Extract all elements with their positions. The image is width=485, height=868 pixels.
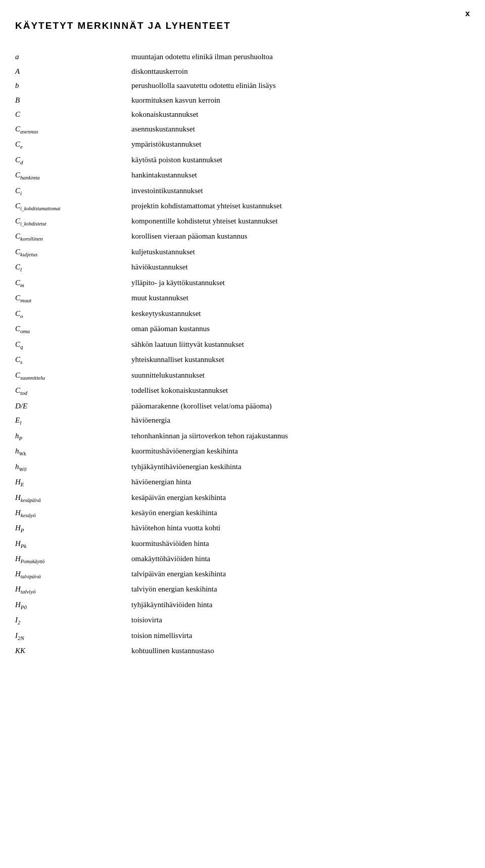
term-definition: keskeytyskustannukset xyxy=(131,306,460,322)
table-row: Elhäviöenergia xyxy=(15,413,460,429)
term-symbol: Cmuut xyxy=(15,291,131,306)
term-symbol: HE xyxy=(15,475,131,490)
term-definition: kuormituksen kasvun kerroin xyxy=(131,93,460,108)
term-definition: muuntajan odotettu elinikä ilman perushu… xyxy=(131,50,460,64)
table-row: hPtehonhankinnan ja siirtoverkon tehon r… xyxy=(15,429,460,444)
term-definition: sähkön laatuun liittyvät kustannukset xyxy=(131,337,460,353)
table-row: Htalviyötalviyön energian keskihinta xyxy=(15,582,460,598)
terms-table: amuuntajan odotettu elinikä ilman perush… xyxy=(15,50,460,658)
term-definition: häviötehon hinta vuotta kohti xyxy=(131,521,460,536)
table-row: Adiskonttauskerroin xyxy=(15,64,460,79)
table-row: I2toisiovirta xyxy=(15,613,460,628)
term-symbol: B xyxy=(15,93,131,108)
table-row: Ceympäristökustannukset xyxy=(15,137,460,153)
term-symbol: Ckuljetus xyxy=(15,245,131,260)
term-symbol: I2 xyxy=(15,613,131,628)
term-symbol: Htalviyö xyxy=(15,582,131,598)
table-row: Hkesäpäiväkesäpäivän energian keskihinta xyxy=(15,490,460,506)
close-button[interactable]: x xyxy=(465,9,470,18)
term-symbol: Cm xyxy=(15,276,131,291)
table-row: D/Epääomarakenne (korolliset velat/oma p… xyxy=(15,399,460,414)
table-row: I2Ntoision nimellisvirta xyxy=(15,628,460,644)
term-symbol: Chankinta xyxy=(15,168,131,184)
term-symbol: HP0 xyxy=(15,598,131,613)
table-row: Ci_kohdistamattomatprojektin kohdistamat… xyxy=(15,199,460,214)
term-definition: kesäyön energian keskihinta xyxy=(131,506,460,521)
term-definition: ympäristökustannukset xyxy=(131,137,460,153)
table-row: Ckokonaiskustannukset xyxy=(15,107,460,122)
term-symbol: hP xyxy=(15,429,131,444)
term-definition: perushuollolla saavutettu odotettu elini… xyxy=(131,78,460,93)
table-row: Csyhteiskunnalliset kustannukset xyxy=(15,352,460,368)
term-definition: pääomarakenne (korolliset velat/oma pääo… xyxy=(131,399,460,414)
term-definition: kesäpäivän energian keskihinta xyxy=(131,490,460,506)
term-symbol: Ci_kohdistamattomat xyxy=(15,199,131,214)
term-symbol: HPomakäyttö xyxy=(15,552,131,567)
term-symbol: El xyxy=(15,413,131,429)
table-row: Cmylläpito- ja käyttökustannukset xyxy=(15,276,460,291)
term-symbol: A xyxy=(15,64,131,79)
table-row: Cokeskeytyskustannukset xyxy=(15,306,460,322)
term-definition: kohtuullinen kustannustaso xyxy=(131,644,460,658)
table-row: HPhäviötehon hinta vuotta kohti xyxy=(15,521,460,536)
term-definition: toisiovirta xyxy=(131,613,460,628)
term-definition: talviyön energian keskihinta xyxy=(131,582,460,598)
term-symbol: Csuunnittelu xyxy=(15,368,131,384)
term-symbol: Cq xyxy=(15,337,131,353)
table-row: Ckorollinenkorollisen vieraan pääoman ku… xyxy=(15,229,460,245)
term-definition: kokonaiskustannukset xyxy=(131,107,460,122)
term-symbol: Htalvipäivä xyxy=(15,567,131,582)
table-row: Ci_kohdistetutkomponentille kohdistetut … xyxy=(15,214,460,229)
table-row: HPomakäyttöomakäyttöhäviöiden hinta xyxy=(15,552,460,567)
table-row: Ciinvestointikustannukset xyxy=(15,184,460,199)
term-symbol: Ci_kohdistetut xyxy=(15,214,131,229)
table-row: bperushuollolla saavutettu odotettu elin… xyxy=(15,78,460,93)
term-definition: häviöenergian hinta xyxy=(131,475,460,490)
table-row: hW0tyhjäkäyntihäviöenergian keskihinta xyxy=(15,460,460,475)
term-definition: todelliset kokonaiskustannukset xyxy=(131,383,460,399)
term-definition: kuormitushäviöenergian keskihinta xyxy=(131,444,460,460)
table-row: Ctodtodelliset kokonaiskustannukset xyxy=(15,383,460,399)
term-symbol: Cl xyxy=(15,260,131,276)
table-row: Clhäviökustannukset xyxy=(15,260,460,276)
term-symbol: Ce xyxy=(15,137,131,153)
term-symbol: a xyxy=(15,50,131,64)
term-definition: investointikustannukset xyxy=(131,184,460,199)
table-row: Htalvipäivätalvipäivän energian keskihin… xyxy=(15,567,460,582)
term-symbol: b xyxy=(15,78,131,93)
table-row: Csuunnittelusuunnittelukustannukset xyxy=(15,368,460,384)
term-symbol: Coma xyxy=(15,322,131,337)
term-definition: häviökustannukset xyxy=(131,260,460,276)
term-definition: yhteiskunnalliset kustannukset xyxy=(131,352,460,368)
term-symbol: hW0 xyxy=(15,460,131,475)
table-row: Cqsähkön laatuun liittyvät kustannukset xyxy=(15,337,460,353)
term-definition: häviöenergia xyxy=(131,413,460,429)
table-row: Cdkäytöstä poiston kustannukset xyxy=(15,153,460,168)
term-symbol: Ctod xyxy=(15,383,131,399)
term-symbol: D/E xyxy=(15,399,131,414)
table-row: KKkohtuullinen kustannustaso xyxy=(15,644,460,658)
term-definition: korollisen vieraan pääoman kustannus xyxy=(131,229,460,245)
table-row: Bkuormituksen kasvun kerroin xyxy=(15,93,460,108)
term-definition: tyhjäkäyntihäviöenergian keskihinta xyxy=(131,460,460,475)
table-row: HP0tyhjäkäyntihäviöiden hinta xyxy=(15,598,460,613)
table-row: hWkkuormitushäviöenergian keskihinta xyxy=(15,444,460,460)
term-definition: asennuskustannukset xyxy=(131,122,460,138)
term-symbol: Cd xyxy=(15,153,131,168)
term-definition: ylläpito- ja käyttökustannukset xyxy=(131,276,460,291)
term-symbol: Ci xyxy=(15,184,131,199)
term-symbol: hWk xyxy=(15,444,131,460)
table-row: Comaoman pääoman kustannus xyxy=(15,322,460,337)
term-definition: komponentille kohdistetut yhteiset kusta… xyxy=(131,214,460,229)
table-row: HPkkuormitushäviöiden hinta xyxy=(15,536,460,552)
table-row: Cmuutmuut kustannukset xyxy=(15,291,460,306)
term-definition: kuormitushäviöiden hinta xyxy=(131,536,460,552)
term-definition: oman pääoman kustannus xyxy=(131,322,460,337)
term-symbol: C xyxy=(15,107,131,122)
term-symbol: Cs xyxy=(15,352,131,368)
term-definition: kuljetuskustannukset xyxy=(131,245,460,260)
term-definition: toision nimellisvirta xyxy=(131,628,460,644)
table-row: Chankintahankintakustannukset xyxy=(15,168,460,184)
term-definition: suunnittelukustannukset xyxy=(131,368,460,384)
term-symbol: HPk xyxy=(15,536,131,552)
